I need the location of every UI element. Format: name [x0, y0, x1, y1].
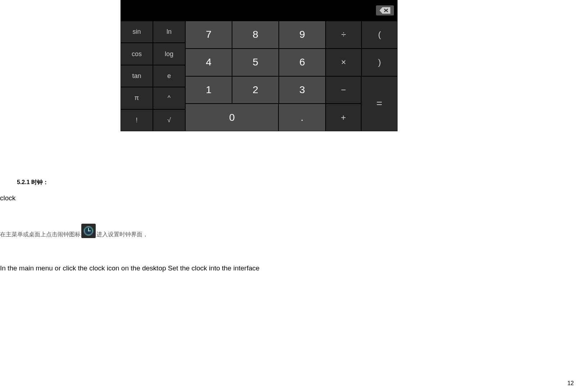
equals-key[interactable]: =	[361, 76, 398, 132]
cn-text-after: 进入设置时钟界面，	[96, 231, 148, 238]
section-title-en: clock	[0, 194, 15, 202]
sqrt-key[interactable]: √	[153, 109, 185, 131]
ln-key[interactable]: ln	[153, 21, 185, 43]
key-7[interactable]: 7	[185, 21, 232, 49]
backspace-button[interactable]	[376, 5, 394, 15]
calculator-keypad: sin ln cos log tan e π ^ ! √ 7 8	[121, 21, 398, 131]
key-3[interactable]: 3	[279, 76, 326, 104]
clock-icon	[81, 224, 96, 238]
cos-key[interactable]: cos	[121, 43, 153, 65]
multiply-key[interactable]: ×	[326, 49, 362, 76]
section-number: 5.2.1	[17, 179, 30, 185]
key-4[interactable]: 4	[185, 49, 232, 76]
key-5[interactable]: 5	[232, 49, 279, 76]
backspace-icon	[380, 7, 390, 14]
close-paren-key[interactable]: )	[362, 49, 398, 76]
english-instruction: In the main menu or click the clock icon…	[0, 264, 259, 272]
key-0[interactable]: 0	[185, 104, 278, 131]
section-heading: 5.2.1 时钟：	[17, 179, 49, 186]
minus-key[interactable]: −	[326, 76, 361, 104]
key-2[interactable]: 2	[232, 76, 279, 104]
key-dot[interactable]: .	[278, 104, 326, 131]
section-title-cn: 时钟：	[31, 179, 49, 185]
open-paren-key[interactable]: (	[362, 21, 398, 49]
sin-key[interactable]: sin	[121, 21, 153, 43]
divide-key[interactable]: ÷	[326, 21, 362, 49]
key-9[interactable]: 9	[279, 21, 326, 49]
chinese-instruction: 在主菜单或桌面上点击闹钟图标 进入设置时钟界面，	[0, 227, 148, 242]
e-key[interactable]: e	[153, 65, 185, 87]
function-keys-column: sin ln cos log tan e π ^ ! √	[121, 21, 185, 131]
caret-key[interactable]: ^	[153, 87, 185, 109]
operator-keys-column: ÷ ( × ) − + =	[326, 21, 398, 131]
key-1[interactable]: 1	[185, 76, 232, 104]
cn-text-before: 在主菜单或桌面上点击闹钟图标	[0, 231, 81, 238]
factorial-key[interactable]: !	[121, 109, 153, 131]
svg-point-4	[88, 231, 89, 232]
log-key[interactable]: log	[153, 43, 185, 65]
key-6[interactable]: 6	[279, 49, 326, 76]
number-keys-column: 7 8 9 4 5 6 1 2 3 0 .	[185, 21, 326, 131]
page-number: 12	[567, 380, 574, 387]
pi-key[interactable]: π	[121, 87, 153, 109]
tan-key[interactable]: tan	[121, 65, 153, 87]
key-8[interactable]: 8	[232, 21, 279, 49]
calculator-screenshot: sin ln cos log tan e π ^ ! √ 7 8	[121, 0, 398, 131]
plus-key[interactable]: +	[326, 104, 361, 131]
calculator-display	[121, 0, 398, 21]
